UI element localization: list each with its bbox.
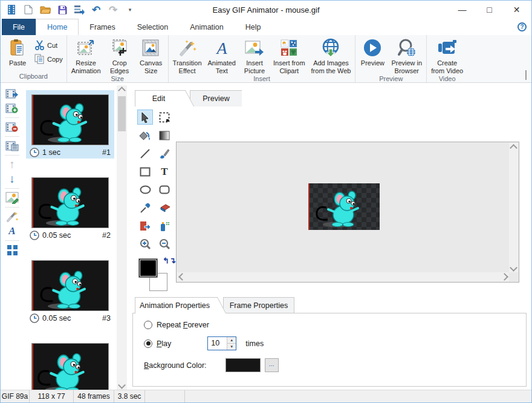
help-icon[interactable]: ? bbox=[517, 22, 527, 31]
frame-thumbnail-4 bbox=[31, 343, 109, 390]
zoom-in-tool[interactable] bbox=[137, 237, 153, 252]
edit-frame-icon[interactable] bbox=[4, 191, 20, 205]
stepper-arrows[interactable]: ▲▼ bbox=[227, 337, 236, 350]
ribbon-collapse-icon[interactable] bbox=[525, 70, 527, 79]
frame-item-1[interactable]: 1 sec #1 bbox=[26, 90, 114, 159]
rectangle-tool[interactable] bbox=[137, 164, 153, 179]
save-button[interactable] bbox=[56, 4, 68, 16]
move-frame-up-icon: ↑ bbox=[4, 157, 20, 172]
play-radio[interactable] bbox=[144, 339, 152, 348]
pointer-tool[interactable] bbox=[137, 110, 153, 125]
foreground-color-swatch[interactable] bbox=[138, 258, 158, 278]
create-from-video-button[interactable]: Create from Video bbox=[428, 36, 466, 75]
play-times-stepper[interactable]: 10 ▲▼ bbox=[207, 336, 236, 350]
frame-toolbar: ↑ ↓ A bbox=[2, 87, 22, 257]
tab-file[interactable]: File bbox=[2, 19, 36, 35]
eyedropper-tool[interactable] bbox=[137, 200, 153, 215]
tab-help[interactable]: Help bbox=[235, 19, 272, 35]
preview-in-browser-button[interactable]: Preview in Browser bbox=[388, 36, 425, 75]
manage-frames-icon[interactable] bbox=[4, 243, 20, 257]
cut-button[interactable]: Cut bbox=[34, 40, 63, 50]
eraser-tool[interactable] bbox=[157, 200, 172, 215]
scroll-up-icon[interactable] bbox=[117, 85, 127, 95]
gradient-tool[interactable] bbox=[157, 128, 172, 143]
stepper-down-icon[interactable]: ▼ bbox=[227, 344, 236, 350]
frame-effects-icon[interactable] bbox=[4, 209, 20, 224]
spray-tool[interactable] bbox=[157, 218, 172, 234]
new-file-button[interactable] bbox=[22, 4, 34, 16]
tab-selection[interactable]: Selection bbox=[126, 19, 179, 35]
easy-gif-animator-window: Easy GIF Animator - mouse.gif ↶ ↷ ▾ — □ bbox=[0, 0, 532, 403]
tab-animation[interactable]: Animation bbox=[179, 19, 235, 35]
minimize-button[interactable]: — bbox=[449, 1, 476, 19]
scroll-up-icon[interactable] bbox=[509, 143, 518, 152]
copy-button[interactable]: Copy bbox=[34, 54, 63, 64]
tab-animation-properties[interactable]: Animation Properties bbox=[135, 297, 215, 313]
rounded-rectangle-tool[interactable] bbox=[157, 182, 172, 197]
tab-frame-properties[interactable]: Frame Properties bbox=[223, 297, 294, 313]
gif-image[interactable] bbox=[308, 183, 380, 230]
preview-button[interactable]: Preview bbox=[357, 36, 388, 67]
move-frame-down-icon[interactable]: ↓ bbox=[4, 172, 20, 186]
close-button[interactable]: ✕ bbox=[503, 1, 530, 19]
export-frames-button[interactable] bbox=[73, 4, 85, 16]
frame-list-scrollbar[interactable] bbox=[117, 85, 127, 390]
resize-animation-button[interactable]: Resize Animation bbox=[68, 36, 104, 75]
add-images-from-web-button[interactable]: Add Images from the Web bbox=[308, 36, 354, 75]
insert-picture-button[interactable]: Insert Picture bbox=[239, 36, 270, 75]
text-tool[interactable]: T bbox=[157, 164, 172, 179]
canvas-horizontal-scrollbar[interactable] bbox=[177, 272, 509, 281]
maximize-button[interactable]: □ bbox=[476, 1, 503, 19]
edit-canvas[interactable] bbox=[176, 142, 519, 283]
scroll-down-icon[interactable] bbox=[509, 263, 518, 272]
delete-frame-icon[interactable] bbox=[4, 120, 20, 134]
frame-red-edge bbox=[32, 261, 33, 310]
select-rectangle-tool[interactable] bbox=[157, 110, 172, 125]
swap-colors-icon[interactable]: ↰↴ bbox=[163, 256, 176, 265]
canvas-vertical-scrollbar[interactable] bbox=[509, 143, 518, 272]
canvas-size-icon bbox=[142, 38, 160, 57]
frame-item-2[interactable]: 0.05 sec #2 bbox=[26, 173, 114, 241]
open-file-button[interactable] bbox=[39, 4, 51, 16]
ribbon-group-preview: Preview Preview in Browser Preview bbox=[355, 35, 426, 82]
frame-text-icon[interactable]: A bbox=[4, 224, 20, 238]
transition-effect-button[interactable]: Transition Effect bbox=[170, 36, 205, 75]
frame-number: #1 bbox=[102, 148, 111, 157]
scroll-left-icon[interactable] bbox=[177, 272, 187, 281]
tab-home[interactable]: Home bbox=[36, 19, 79, 35]
scroll-right-icon[interactable] bbox=[499, 272, 509, 281]
zoom-out-tool[interactable] bbox=[157, 237, 172, 252]
tab-edit-preview[interactable]: Preview bbox=[190, 90, 242, 106]
fill-tool[interactable] bbox=[137, 128, 153, 143]
insert-from-clipart-button[interactable]: Insert from Clipart bbox=[270, 36, 308, 75]
repeat-forever-radio[interactable] bbox=[144, 321, 152, 329]
frame-item-4[interactable]: 0.05 sec #4 bbox=[26, 339, 114, 390]
canvas-size-button[interactable]: Canvas Size bbox=[135, 36, 167, 75]
scrollbar-thumb[interactable] bbox=[118, 96, 126, 131]
brush-tool[interactable] bbox=[157, 146, 172, 161]
background-color-browse-button[interactable]: ... bbox=[265, 358, 279, 372]
frame-item-3[interactable]: 0.05 sec #3 bbox=[26, 256, 114, 324]
transform-selection-tool[interactable] bbox=[137, 218, 153, 234]
play-label: Play bbox=[157, 339, 171, 348]
tab-frames[interactable]: Frames bbox=[79, 19, 126, 35]
svg-text:A: A bbox=[215, 39, 227, 57]
add-frame-icon[interactable] bbox=[4, 101, 20, 116]
paste-button[interactable]: Paste bbox=[2, 36, 33, 67]
animation-background-color-swatch[interactable] bbox=[225, 358, 261, 372]
toolbar-separator bbox=[5, 188, 19, 189]
undo-button[interactable]: ↶ bbox=[90, 4, 102, 16]
qat-dropdown-icon[interactable]: ▾ bbox=[124, 4, 136, 16]
duplicate-frame-icon[interactable] bbox=[4, 139, 20, 153]
line-tool[interactable] bbox=[137, 146, 153, 161]
animated-text-button[interactable]: A Animated Text bbox=[205, 36, 239, 75]
clock-icon bbox=[30, 231, 39, 240]
play-times-value[interactable]: 10 bbox=[208, 337, 227, 350]
ellipse-tool[interactable] bbox=[137, 182, 153, 197]
crop-edges-button[interactable]: Crop Edges bbox=[104, 36, 135, 75]
scroll-down-icon[interactable] bbox=[117, 380, 127, 390]
stepper-up-icon[interactable]: ▲ bbox=[227, 337, 236, 344]
toolbar-separator bbox=[5, 207, 19, 208]
extract-frames-icon[interactable] bbox=[4, 87, 20, 101]
tab-edit[interactable]: Edit bbox=[135, 90, 182, 106]
